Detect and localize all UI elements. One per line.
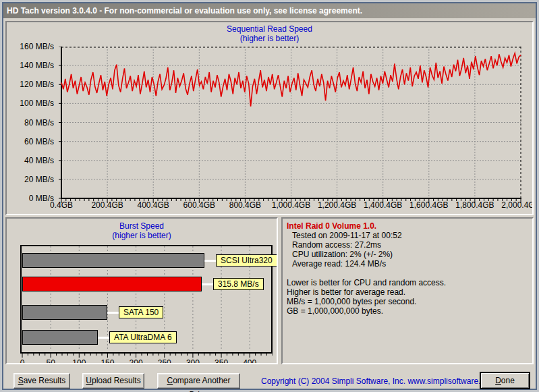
- burst-bar-label: SATA 150: [119, 306, 163, 318]
- burst-x-tick-label: 350: [208, 358, 235, 364]
- read-y-tick-label: 20 MB/s: [7, 175, 54, 184]
- read-y-tick-label: 40 MB/s: [7, 157, 54, 165]
- burst-x-tick-label: 150: [94, 358, 121, 364]
- burst-bar-label: SCSI Ultra320: [216, 254, 277, 267]
- bar-label-connector: [204, 260, 216, 262]
- burst-chart-title: Burst Speed (higher is better): [7, 221, 277, 240]
- burst-x-tick-label: 300: [179, 358, 206, 364]
- title-bar[interactable]: HD Tach version 3.0.4.0 - For non-commer…: [3, 3, 536, 18]
- bar-label-connector: [107, 312, 119, 314]
- window-title: HD Tach version 3.0.4.0 - For non-commer…: [7, 6, 362, 16]
- copyright-link[interactable]: Copyright (C) 2004 Simpli Software, Inc.…: [261, 376, 496, 386]
- sequential-read-panel: Sequential Read Speed (higher is better)…: [5, 21, 534, 215]
- note-gb-definition: GB = 1,000,000,000 bytes.: [287, 306, 528, 316]
- burst-x-tick-label: 400: [236, 358, 263, 364]
- burst-chart-plot-area: SCSI Ultra320315.8 MB/sSATA 150ATA Ultra…: [20, 245, 273, 354]
- burst-x-tick-label: 50: [37, 358, 64, 364]
- read-y-tick-label: 100 MB/s: [7, 99, 54, 108]
- burst-bar: [22, 305, 107, 320]
- burst-bar-label: ATA UltraDMA 6: [109, 331, 177, 343]
- burst-bar: [22, 277, 202, 291]
- drive-name: Intel Raid 0 Volume 1.0.: [287, 221, 528, 231]
- burst-x-tick-label: 200: [123, 358, 150, 364]
- burst-chart-title-line: Burst Speed: [7, 221, 277, 231]
- bar-label-connector: [98, 337, 109, 339]
- read-y-tick-label: 60 MB/s: [7, 138, 54, 146]
- burst-bar: [22, 253, 204, 268]
- drive-info-panel: Intel Raid 0 Volume 1.0. Tested on 2009-…: [281, 217, 534, 364]
- bar-label-connector: [202, 283, 213, 285]
- burst-x-tick-label: 250: [151, 358, 178, 364]
- hd-tach-window: HD Tach version 3.0.4.0 - For non-commer…: [0, 0, 539, 392]
- read-y-tick-label: 140 MB/s: [7, 61, 54, 70]
- burst-axis-ticks: [20, 354, 273, 358]
- average-read-line: Average read: 124.4 MB/s: [287, 259, 528, 269]
- cpu-utilization-line: CPU utilization: 2% (+/- 2%): [287, 250, 528, 259]
- random-access-line: Random access: 27.2ms: [287, 240, 528, 250]
- done-button[interactable]: Done: [480, 372, 530, 389]
- note-mbs-definition: MB/s = 1,000,000 bytes per second.: [287, 297, 528, 306]
- read-y-tick-label: 80 MB/s: [7, 119, 54, 128]
- tested-on-line: Tested on 2009-11-17 at 00:52: [287, 231, 528, 240]
- read-chart-subtitle: (higher is better): [7, 34, 532, 43]
- read-chart-title: Sequential Read Speed (higher is better): [7, 24, 532, 43]
- compare-another-drive-button[interactable]: Compare Another Drive: [157, 373, 240, 389]
- read-chart-title-line: Sequential Read Speed: [7, 24, 532, 34]
- burst-x-tick-label: 100: [65, 358, 92, 364]
- burst-speed-panel: Burst Speed (higher is better) SCSI Ultr…: [5, 217, 278, 364]
- upload-results-button[interactable]: Upload Results: [82, 373, 144, 389]
- read-y-tick-label: 120 MB/s: [7, 80, 54, 89]
- read-x-tick-label: 2,000.4GB: [490, 201, 534, 210]
- burst-chart-subtitle: (higher is better): [7, 231, 277, 240]
- burst-bar-label: 315.8 MB/s: [213, 278, 264, 290]
- burst-x-tick-label: 0: [9, 358, 36, 364]
- save-results-button[interactable]: Save Results: [13, 373, 70, 389]
- burst-bar: [22, 330, 98, 345]
- note-higher-better: Higher is better for average read.: [287, 287, 528, 297]
- note-lower-better: Lower is better for CPU and random acces…: [287, 278, 528, 287]
- read-speed-line-chart: [59, 47, 524, 204]
- read-y-tick-label: 160 MB/s: [7, 43, 54, 51]
